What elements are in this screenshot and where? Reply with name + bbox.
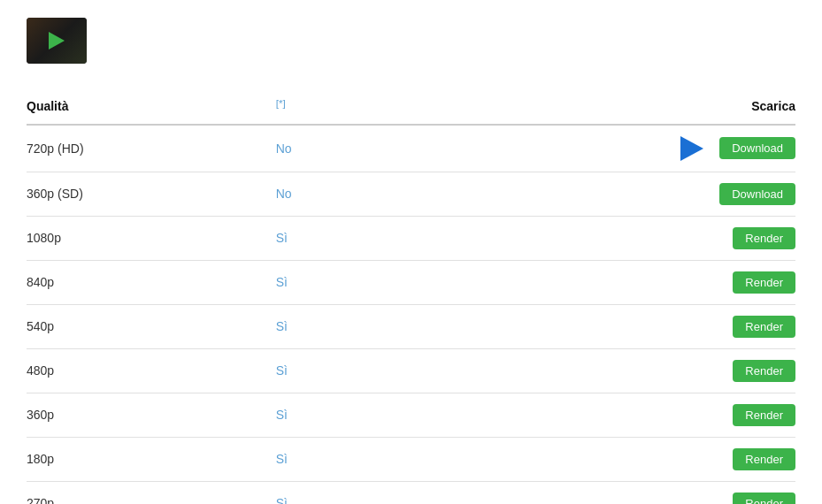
cell-render: Sì <box>276 304 373 348</box>
cell-quality: 540p <box>27 304 276 348</box>
cell-action: Render <box>373 216 795 260</box>
cell-action: Download <box>373 125 795 172</box>
col-quality: Qualità <box>27 90 276 125</box>
table-row: 270pSìRender <box>27 481 795 504</box>
cell-render: No <box>276 125 373 172</box>
cell-render: Sì <box>276 393 373 437</box>
cell-quality: 270p <box>27 481 276 504</box>
table-body: 720p (HD)NoDownload360p (SD)NoDownload10… <box>27 125 795 504</box>
table-row: 360p (SD)NoDownload <box>27 172 795 216</box>
cell-action: Render <box>373 348 795 393</box>
table-row: 180pSìRender <box>27 437 795 481</box>
table-row: 360pSìRender <box>27 393 795 437</box>
blue-arrow-icon <box>680 136 711 161</box>
download-button[interactable]: Download <box>719 137 795 159</box>
cell-render: Sì <box>276 348 373 393</box>
cell-action: Render <box>373 481 795 504</box>
render-button[interactable]: Render <box>733 493 795 504</box>
render-button[interactable]: Render <box>733 360 795 382</box>
render-button[interactable]: Render <box>733 448 795 470</box>
cell-render: Sì <box>276 437 373 481</box>
table-row: 540pSìRender <box>27 304 795 348</box>
render-button[interactable]: Render <box>733 316 795 338</box>
cell-action: Render <box>373 437 795 481</box>
table-row: 840pSìRender <box>27 260 795 304</box>
cell-quality: 720p (HD) <box>27 125 276 172</box>
cell-render: Sì <box>276 216 373 260</box>
cell-action: Download <box>373 172 795 216</box>
cell-render: Sì <box>276 260 373 304</box>
cell-quality: 360p (SD) <box>27 172 276 216</box>
cell-action: Render <box>373 260 795 304</box>
cell-quality: 360p <box>27 393 276 437</box>
play-icon <box>49 32 65 50</box>
cell-render: No <box>276 172 373 216</box>
cell-action: Render <box>373 304 795 348</box>
table-row: 720p (HD)NoDownload <box>27 125 795 172</box>
table-row: 1080pSìRender <box>27 216 795 260</box>
download-button[interactable]: Download <box>719 183 795 205</box>
cell-action: Render <box>373 393 795 437</box>
video-thumbnail <box>27 18 87 64</box>
cell-quality: 180p <box>27 437 276 481</box>
cell-quality: 480p <box>27 348 276 393</box>
cell-quality: 1080p <box>27 216 276 260</box>
table-header: Qualità [*] Scarica <box>27 90 795 125</box>
render-button[interactable]: Render <box>733 404 795 426</box>
page-header <box>27 18 795 64</box>
table-row: 480pSìRender <box>27 348 795 393</box>
render-button[interactable]: Render <box>733 271 795 294</box>
render-button[interactable]: Render <box>733 227 795 249</box>
cell-render: Sì <box>276 481 373 504</box>
cell-quality: 840p <box>27 260 276 304</box>
col-action: Scarica <box>373 90 795 125</box>
quality-table: Qualità [*] Scarica 720p (HD)NoDownload3… <box>27 90 795 504</box>
col-render: [*] <box>276 90 373 125</box>
